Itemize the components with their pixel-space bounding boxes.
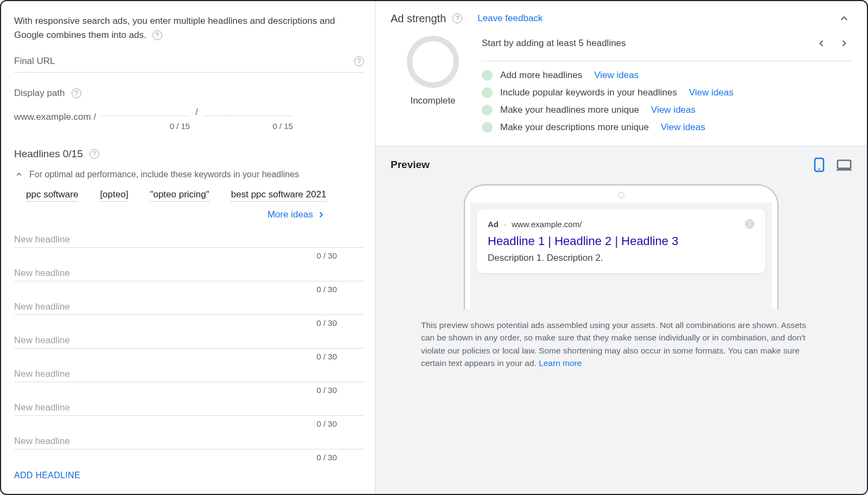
more-ideas-link[interactable]: More ideas (14, 209, 326, 220)
headline-input[interactable]: New headline (14, 397, 364, 416)
suggestion-item: Include popular keywords in your headlin… (482, 87, 852, 98)
path2-counter: 0 / 15 (272, 121, 293, 131)
view-ideas-link[interactable]: View ideas (689, 87, 733, 98)
gauge-ring-icon (407, 36, 459, 88)
headline-counter: 0 / 30 (14, 449, 364, 462)
right-panel: Ad strength ? Leave feedback Incomplete … (375, 1, 867, 494)
path1-input[interactable] (100, 103, 190, 116)
add-headline-button[interactable]: ADD HEADLINE (14, 471, 364, 480)
mobile-preview-button[interactable] (812, 157, 827, 172)
mobile-icon (814, 157, 825, 172)
view-ideas-link[interactable]: View ideas (594, 70, 639, 81)
suggest-title: Start by adding at least 5 headlines (482, 38, 626, 49)
prev-suggestion-button[interactable] (814, 36, 829, 51)
ad-strength-header: Ad strength ? Leave feedback (375, 1, 867, 36)
help-icon[interactable]: ? (354, 56, 364, 66)
collapse-button[interactable] (837, 11, 852, 26)
ad-dot-separator: · (504, 220, 506, 229)
keyword-chip[interactable]: best ppc software 2021 (231, 189, 327, 202)
headline-input[interactable]: New headline (14, 330, 364, 349)
path2-input[interactable] (203, 103, 293, 116)
display-path-prefix: www.example.com / (14, 112, 96, 123)
display-path-label: Display path (14, 88, 65, 99)
status-dot-icon (482, 122, 493, 133)
info-icon[interactable]: i (745, 219, 755, 229)
headline-counter: 0 / 30 (14, 349, 364, 361)
chevron-right-icon (316, 210, 326, 220)
preview-title: Preview (391, 159, 430, 171)
headline-counter: 0 / 30 (14, 248, 364, 260)
keyword-chips: ppc software[opteo]"opteo pricing"best p… (26, 189, 364, 202)
keyword-suggestion-toggle[interactable]: For optimal ad performance, include thes… (14, 170, 364, 179)
ad-preview-url: www.example.com/ (512, 220, 582, 229)
suggestion-item: Add more headlinesView ideas (482, 70, 852, 81)
ad-tag: Ad (488, 220, 499, 229)
headline-counter: 0 / 30 (14, 281, 364, 294)
leave-feedback-link[interactable]: Leave feedback (477, 13, 542, 24)
final-url-field[interactable]: Final URL ? (14, 53, 364, 73)
gauge-label: Incomplete (410, 95, 455, 106)
suggestion-text: Include popular keywords in your headlin… (500, 87, 677, 98)
svg-rect-2 (838, 160, 851, 169)
strength-gauge: Incomplete (407, 36, 459, 133)
keyword-chip[interactable]: "opteo pricing" (150, 189, 209, 202)
intro-text-content: With responsive search ads, you enter mu… (14, 16, 335, 40)
status-dot-icon (482, 105, 493, 115)
next-suggestion-button[interactable] (837, 36, 852, 51)
help-icon[interactable]: ? (452, 14, 462, 23)
help-icon[interactable]: ? (72, 88, 81, 98)
preview-note: This preview shows potential ads assembl… (421, 319, 821, 369)
left-panel: With responsive search ads, you enter mu… (1, 1, 375, 494)
intro-text: With responsive search ads, you enter mu… (14, 14, 364, 42)
desktop-preview-button[interactable] (837, 157, 852, 172)
chevron-right-icon (839, 38, 850, 49)
headline-counter: 0 / 30 (14, 315, 364, 327)
ad-preview-card: Ad · www.example.com/ i Headline 1 | Hea… (477, 209, 765, 273)
keyword-hint-text: For optimal ad performance, include thes… (29, 170, 299, 179)
headline-counter: 0 / 30 (14, 416, 364, 428)
help-icon[interactable]: ? (152, 30, 162, 40)
view-ideas-link[interactable]: View ideas (661, 122, 705, 133)
final-url-label: Final URL (14, 56, 55, 67)
suggestion-text: Make your descriptions more unique (500, 122, 649, 133)
headline-input[interactable]: New headline (14, 262, 364, 281)
chevron-up-icon (838, 12, 850, 24)
ad-strength-title: Ad strength (391, 12, 446, 25)
suggestion-text: Make your headlines more unique (500, 105, 639, 115)
headline-input[interactable]: New headline (14, 229, 364, 248)
chevron-left-icon (816, 38, 827, 49)
preview-note-text: This preview shows potential ads assembl… (421, 320, 806, 368)
headline-input[interactable]: New headline (14, 430, 364, 449)
learn-more-link[interactable]: Learn more (539, 358, 582, 368)
headline-input[interactable]: New headline (14, 363, 364, 382)
status-dot-icon (482, 87, 493, 98)
chevron-up-icon (14, 170, 24, 179)
headlines-title: Headlines 0/15 (14, 148, 83, 160)
help-icon[interactable]: ? (90, 149, 99, 159)
desktop-icon (837, 158, 852, 171)
preview-section: Preview Ad · (375, 146, 867, 494)
suggestion-item: Make your descriptions more uniqueView i… (482, 122, 852, 133)
headline-input[interactable]: New headline (14, 296, 364, 315)
ad-preview-headline: Headline 1 | Headline 2 | Headline 3 (488, 234, 755, 248)
svg-point-1 (819, 169, 820, 170)
suggestion-item: Make your headlines more uniqueView idea… (482, 105, 852, 115)
more-ideas-label: More ideas (267, 209, 313, 220)
keyword-chip[interactable]: [opteo] (100, 189, 128, 202)
keyword-chip[interactable]: ppc software (26, 189, 78, 202)
ad-preview-description: Description 1. Description 2. (488, 253, 755, 263)
display-path-row: www.example.com / 0 / 15 / 0 / 15 (14, 103, 364, 131)
phone-speaker-icon (618, 192, 624, 198)
path1-counter: 0 / 15 (170, 121, 190, 131)
headline-counter: 0 / 30 (14, 382, 364, 395)
suggestion-text: Add more headlines (500, 70, 582, 81)
view-ideas-link[interactable]: View ideas (651, 105, 695, 115)
path-slash: / (195, 107, 198, 118)
phone-frame: Ad · www.example.com/ i Headline 1 | Hea… (464, 184, 778, 309)
status-dot-icon (482, 70, 493, 81)
